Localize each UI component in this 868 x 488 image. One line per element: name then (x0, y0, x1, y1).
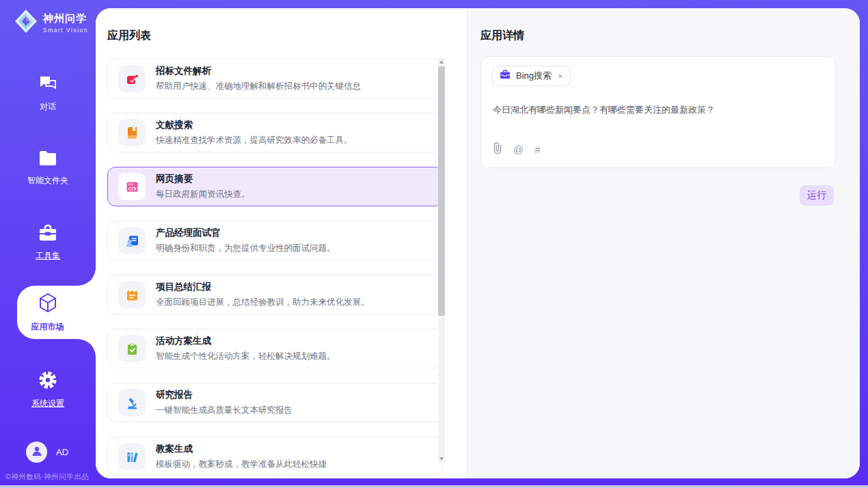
books-icon (118, 443, 146, 470)
copyright-footer: ©神州数码·神州问学出品 (5, 472, 89, 482)
run-button[interactable]: 运行 (800, 185, 834, 206)
app-card-research-report[interactable]: 研究报告 一键智能生成高质量长文本研究报告 (107, 383, 443, 422)
app-card-desc: 快速精准查找学术资源，提高研究效率的必备工具。 (156, 135, 353, 146)
app-card-title: 文献搜索 (156, 119, 353, 131)
scroll-up-arrow-icon[interactable] (438, 57, 445, 66)
avatar (26, 442, 47, 463)
prompt-input[interactable]: 今日湖北有哪些新闻要点？有哪些需要关注的最新政策？ (493, 103, 824, 117)
app-card-list: 招标文件解析 帮助用户快速、准确地理解和解析招标书中的关键信息 文献搜索 快速精… (107, 59, 443, 476)
app-list-title: 应用列表 (107, 29, 151, 43)
app-card-literature-search[interactable]: 文献搜索 快速精准查找学术资源，提高研究效率的必备工具。 (107, 113, 443, 152)
sidebar-item-toolbox[interactable]: 工具集 (0, 224, 96, 262)
cube-icon (38, 292, 58, 316)
prompt-card: Bing搜索 × 今日湖北有哪些新闻要点？有哪些需要关注的最新政策？ @ # (480, 56, 836, 168)
sidebar-item-smart-folder[interactable]: 智能文件夹 (0, 150, 96, 187)
main-panel: 应用列表 招标文件解析 帮助用户快速、准确地理解和解析招标书中的关键信息 (96, 8, 860, 478)
chat-icon (38, 75, 57, 96)
app-card-desc: 每日政府新闻资讯快查。 (156, 189, 250, 200)
microscope-icon (118, 389, 146, 416)
app-card-bid-analysis[interactable]: 招标文件解析 帮助用户快速、准确地理解和解析招标书中的关键信息 (107, 59, 443, 98)
user-avatar-icon (31, 445, 43, 460)
clipboard-check-icon (118, 335, 146, 362)
composer-toolbar: @ # (493, 142, 541, 157)
browser-code-icon (118, 173, 146, 200)
app-detail-panel: 应用详情 Bing搜索 × 今日湖北有哪些新闻要点？有哪些需要关注的最新政策？ (467, 8, 860, 478)
app-card-title: 网页摘要 (156, 173, 250, 185)
bottom-edge-strip (0, 485, 868, 488)
app-list-scrollbar[interactable] (438, 57, 445, 463)
app-card-pm-interviewer[interactable]: 产品经理面试官 明确身份和职责，为您提供专业性的面试问题。 (107, 221, 443, 260)
book-icon (118, 119, 146, 146)
user-account[interactable]: AD (26, 442, 68, 463)
app-card-title: 活动方案生成 (156, 335, 336, 347)
user-name: AD (56, 447, 68, 457)
sidebar-item-chat[interactable]: 对话 (0, 75, 96, 113)
sidebar-item-label: 应用市场 (31, 321, 64, 333)
calendar-icon (118, 281, 146, 308)
app-logo: 神州问学 Smart Vision (14, 8, 88, 37)
sidebar-item-label: 系统设置 (31, 398, 64, 409)
sidebar-item-label: 智能文件夹 (27, 175, 68, 187)
brand-subtitle: Smart Vision (43, 27, 88, 33)
hashtag-icon[interactable]: # (534, 144, 540, 154)
sidebar: 神州问学 Smart Vision 对话 智能文件夹 工具集 (0, 0, 96, 488)
scrollbar-thumb[interactable] (438, 66, 445, 316)
app-card-web-summary[interactable]: 网页摘要 每日政府新闻资讯快查。 (107, 167, 443, 206)
mention-icon[interactable]: @ (513, 144, 524, 154)
app-card-desc: 模板驱动，教案秒成，教学准备从此轻松快捷 (156, 459, 327, 470)
sidebar-item-label: 工具集 (36, 250, 60, 262)
edit-document-icon (118, 65, 146, 92)
scroll-down-arrow-icon[interactable] (438, 455, 445, 463)
briefcase-icon (500, 70, 511, 82)
tool-chip-label: Bing搜索 (516, 70, 552, 82)
gear-icon (38, 370, 57, 392)
app-card-desc: 全面回顾项目进展，总结经验教训，助力未来优化发展。 (156, 297, 370, 308)
app-list-panel: 应用列表 招标文件解析 帮助用户快速、准确地理解和解析招标书中的关键信息 (96, 8, 467, 478)
brand-name: 神州问学 (43, 12, 88, 25)
app-card-desc: 智能生成个性化活动方案，轻松解决规划难题。 (156, 351, 336, 362)
close-icon[interactable]: × (558, 71, 563, 81)
tool-chip-bing-search[interactable]: Bing搜索 × (492, 66, 571, 86)
app-card-project-report[interactable]: 项目总结汇报 全面回顾项目进展，总结经验教训，助力未来优化发展。 (107, 275, 443, 314)
app-card-title: 研究报告 (156, 389, 293, 401)
app-card-title: 产品经理面试官 (156, 227, 336, 239)
app-card-activity-plan[interactable]: 活动方案生成 智能生成个性化活动方案，轻松解决规划难题。 (107, 329, 443, 368)
sidebar-item-settings[interactable]: 系统设置 (0, 370, 96, 409)
app-card-desc: 帮助用户快速、准确地理解和解析招标书中的关键信息 (156, 81, 361, 92)
app-detail-title: 应用详情 (480, 29, 524, 43)
app-card-desc: 一键智能生成高质量长文本研究报告 (156, 405, 293, 416)
sidebar-item-app-market[interactable]: 应用市场 (17, 286, 96, 339)
sidebar-item-label: 对话 (40, 101, 56, 113)
gem-diamond-icon (14, 8, 38, 37)
app-card-title: 招标文件解析 (156, 65, 361, 77)
folder-icon (38, 150, 57, 170)
app-card-title: 教案生成 (156, 443, 327, 455)
app-card-desc: 明确身份和职责，为您提供专业性的面试问题。 (156, 243, 336, 254)
app-card-lesson-plan[interactable]: 教案生成 模板驱动，教案秒成，教学准备从此轻松快捷 (107, 437, 443, 476)
toolbox-icon (38, 224, 57, 245)
attachment-icon[interactable] (493, 142, 502, 157)
app-card-title: 项目总结汇报 (156, 281, 370, 293)
interview-icon (118, 227, 146, 254)
